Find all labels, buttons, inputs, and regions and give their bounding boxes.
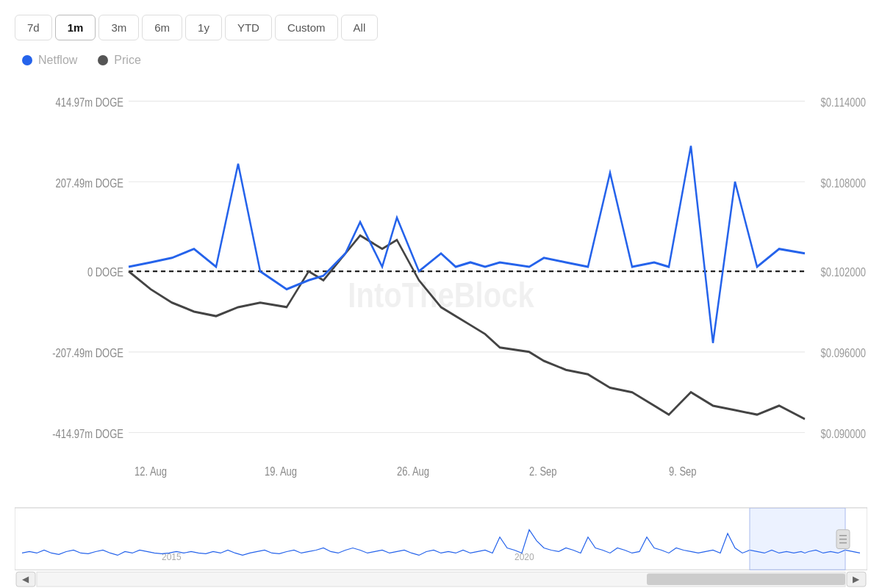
btn-custom[interactable]: Custom [275, 15, 338, 40]
svg-rect-26 [750, 508, 845, 570]
mini-chart-svg: 2015 2020 ◀ ▶ [15, 508, 867, 588]
btn-all[interactable]: All [341, 15, 379, 40]
svg-text:207.49m DOGE: 207.49m DOGE [56, 176, 124, 189]
svg-text:IntoTheBlock: IntoTheBlock [348, 275, 534, 315]
svg-rect-36 [647, 573, 845, 585]
svg-text:$0.108000: $0.108000 [821, 176, 866, 189]
btn-1m[interactable]: 1m [55, 15, 96, 40]
svg-text:$0.102000: $0.102000 [821, 266, 866, 279]
svg-text:19. Aug: 19. Aug [265, 465, 297, 478]
mini-chart[interactable]: 2015 2020 ◀ ▶ [15, 507, 867, 588]
svg-text:▶: ▶ [853, 574, 860, 584]
svg-text:26. Aug: 26. Aug [397, 465, 429, 478]
main-chart-svg: 414.97m DOGE 207.49m DOGE 0 DOGE -207.49… [15, 74, 867, 504]
chart-area: 414.97m DOGE 207.49m DOGE 0 DOGE -207.49… [15, 74, 867, 588]
price-label: Price [114, 54, 140, 67]
btn-7d[interactable]: 7d [15, 15, 52, 40]
btn-3m[interactable]: 3m [98, 15, 139, 40]
svg-text:$0.114000: $0.114000 [821, 96, 866, 109]
svg-text:$0.096000: $0.096000 [821, 347, 866, 359]
legend-netflow: Netflow [22, 54, 77, 67]
netflow-label: Netflow [38, 54, 77, 67]
time-range-bar: 7d 1m 3m 6m 1y YTD Custom All [15, 15, 867, 40]
svg-text:2020: 2020 [514, 552, 534, 562]
svg-text:$0.090000: $0.090000 [821, 428, 866, 440]
svg-text:2. Sep: 2. Sep [529, 465, 557, 478]
svg-text:12. Aug: 12. Aug [135, 465, 167, 478]
main-chart: 414.97m DOGE 207.49m DOGE 0 DOGE -207.49… [15, 74, 867, 504]
svg-text:9. Sep: 9. Sep [669, 465, 697, 478]
netflow-dot [22, 55, 32, 65]
svg-text:0 DOGE: 0 DOGE [87, 266, 123, 279]
chart-legend: Netflow Price [15, 54, 867, 67]
svg-text:414.97m DOGE: 414.97m DOGE [56, 96, 124, 109]
svg-text:-207.49m DOGE: -207.49m DOGE [52, 347, 123, 359]
price-dot [98, 55, 108, 65]
svg-text:-414.97m DOGE: -414.97m DOGE [52, 428, 123, 440]
svg-text:◀: ◀ [22, 574, 29, 584]
main-container: 7d 1m 3m 6m 1y YTD Custom All Netflow Pr… [0, 0, 882, 588]
btn-ytd[interactable]: YTD [225, 15, 272, 40]
legend-price: Price [98, 54, 140, 67]
btn-6m[interactable]: 6m [142, 15, 182, 40]
btn-1y[interactable]: 1y [185, 15, 222, 40]
